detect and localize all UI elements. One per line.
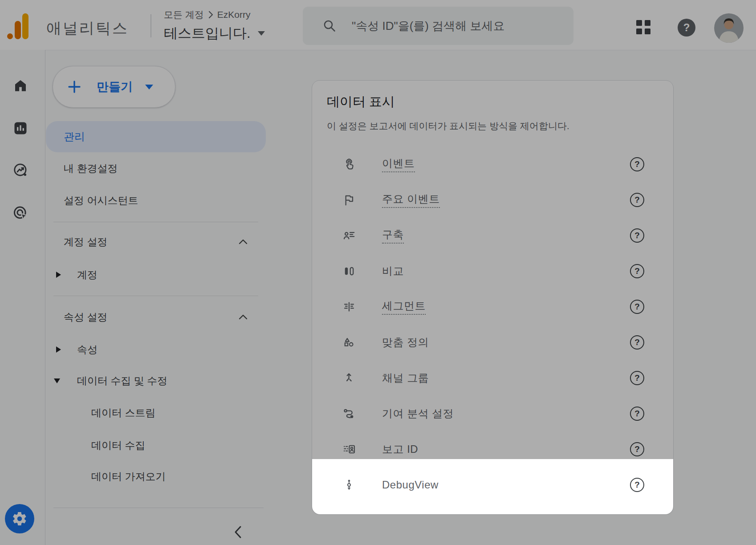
collapse-sidebar-icon[interactable]	[232, 525, 245, 540]
list-item-label: 기여 분석 설정	[382, 407, 454, 421]
list-item-label: DebugView	[382, 479, 439, 491]
search-icon	[322, 19, 337, 33]
help-icon[interactable]: ?	[630, 193, 644, 207]
list-item-custom-definitions[interactable]: 맞춤 정의 ?	[312, 325, 673, 360]
list-item-events[interactable]: 이벤트 ?	[312, 146, 673, 182]
breadcrumb-all-accounts[interactable]: 모든 계정	[164, 8, 204, 21]
sidebar-item-account[interactable]: 계정	[77, 267, 98, 282]
audience-icon	[342, 229, 356, 242]
list-item-attribution-settings[interactable]: 기여 분석 설정 ?	[312, 396, 673, 431]
list-item-label: 보고 ID	[382, 442, 418, 456]
explore-icon[interactable]	[12, 162, 28, 178]
left-nav-rail	[0, 50, 45, 545]
sidebar-section-account-settings[interactable]: 계정 설정	[64, 234, 107, 249]
apps-grid-icon[interactable]	[635, 19, 652, 36]
brand-title[interactable]: 애널리틱스	[46, 18, 129, 39]
card-title: 데이터 표시	[327, 93, 395, 111]
list-item-channel-groups[interactable]: 채널 그룹 ?	[312, 360, 673, 396]
help-glyph: ?	[634, 195, 640, 205]
sidebar-item-data-collection[interactable]: 데이터 수집 및 수정	[77, 373, 167, 388]
sidebar-item-preferences[interactable]: 내 환경설정	[64, 161, 118, 176]
search-placeholder: "속성 ID"을(를) 검색해 보세요	[352, 18, 504, 34]
list-item-audiences[interactable]: 구축 ?	[312, 218, 673, 253]
expand-arrow-icon[interactable]	[56, 272, 61, 278]
breadcrumb: 모든 계정 EzKorry	[164, 9, 251, 20]
help-glyph: ?	[634, 302, 640, 312]
sidebar-item-admin[interactable]: 관리	[46, 121, 266, 152]
gear-icon	[12, 511, 28, 527]
analytics-logo-icon[interactable]	[7, 13, 28, 39]
chevron-up-icon[interactable]	[239, 314, 248, 320]
plus-icon	[67, 80, 81, 94]
list-item-reporting-identity[interactable]: 보고 ID ?	[312, 431, 673, 467]
sidebar-divider	[53, 222, 258, 222]
avatar[interactable]	[714, 13, 744, 43]
help-icon[interactable]: ?	[630, 157, 644, 171]
list-item-comparisons[interactable]: 비교 ?	[312, 253, 673, 289]
card-subtitle: 이 설정은 보고서에 데이터가 표시되는 방식을 제어합니다.	[327, 120, 569, 132]
merge-icon	[342, 371, 356, 385]
shapes-icon	[342, 336, 356, 349]
app-header: 애널리틱스 모든 계정 EzKorry 테스트입니다. "속성 ID"을(를) …	[0, 0, 756, 50]
list-item-key-events[interactable]: 주요 이벤트 ?	[312, 182, 673, 218]
sidebar-item-data-collection-child[interactable]: 데이터 수집	[91, 438, 145, 453]
list-item-label: 맞춤 정의	[382, 335, 429, 350]
admin-settings-button[interactable]	[5, 504, 34, 533]
property-name[interactable]: 테스트입니다.	[164, 24, 251, 43]
logo-dot	[7, 33, 13, 39]
chevron-right-icon	[207, 10, 214, 19]
sidebar-item-property[interactable]: 속성	[77, 342, 98, 357]
list-item-label: 세그먼트	[382, 299, 426, 315]
debug-icon	[342, 478, 356, 492]
search-input[interactable]: "속성 ID"을(를) 검색해 보세요	[303, 7, 573, 45]
sidebar-divider	[53, 296, 258, 296]
help-glyph: ?	[634, 409, 640, 419]
help-glyph: ?	[634, 266, 640, 276]
help-icon[interactable]: ?	[630, 335, 644, 350]
help-glyph: ?	[634, 480, 640, 490]
sidebar-item-setup-assistant[interactable]: 설정 어시스턴트	[64, 193, 138, 208]
compare-icon	[342, 264, 356, 278]
help-glyph: ?	[683, 21, 690, 34]
home-icon[interactable]	[12, 77, 28, 94]
route-icon	[342, 407, 356, 420]
help-icon[interactable]: ?	[630, 228, 644, 243]
help-icon[interactable]: ?	[630, 264, 644, 278]
reports-icon[interactable]	[12, 120, 28, 136]
help-icon[interactable]: ?	[630, 371, 644, 385]
list-item-label: 주요 이벤트	[382, 192, 440, 208]
sidebar-item-data-import[interactable]: 데이터 가져오기	[91, 469, 166, 484]
badge-icon	[342, 443, 356, 456]
list-item-debugview[interactable]: DebugView ?	[312, 467, 673, 503]
list-item-label: 이벤트	[382, 156, 415, 172]
breadcrumb-account[interactable]: EzKorry	[217, 9, 251, 20]
flag-icon	[342, 193, 356, 207]
sidebar-item-label: 관리	[64, 130, 85, 144]
help-icon[interactable]: ?	[630, 442, 644, 456]
sidebar-section-property-settings[interactable]: 속성 설정	[64, 309, 107, 325]
data-display-card: 데이터 표시 이 설정은 보고서에 데이터가 표시되는 방식을 제어합니다. 이…	[312, 80, 674, 515]
touch-icon	[342, 158, 356, 171]
segment-icon	[342, 300, 356, 313]
advertising-icon[interactable]	[12, 205, 28, 221]
collapse-arrow-icon[interactable]	[54, 378, 60, 383]
help-glyph: ?	[634, 373, 640, 383]
chevron-down-icon	[258, 31, 265, 36]
chevron-up-icon[interactable]	[239, 239, 248, 244]
help-icon[interactable]: ?	[630, 300, 644, 314]
help-glyph: ?	[634, 338, 640, 347]
expand-arrow-icon[interactable]	[56, 346, 61, 353]
help-glyph: ?	[634, 159, 640, 169]
list-item-label: 채널 그룹	[382, 371, 429, 385]
list-item-segments[interactable]: 세그먼트 ?	[312, 289, 673, 325]
help-icon[interactable]: ?	[630, 407, 644, 421]
sidebar-divider	[53, 508, 264, 508]
sidebar-item-data-streams[interactable]: 데이터 스트림	[91, 405, 155, 420]
property-selector[interactable]: 테스트입니다.	[164, 24, 265, 43]
create-button[interactable]: 만들기	[53, 66, 175, 108]
list-item-label: 구축	[382, 228, 404, 244]
help-icon[interactable]: ?	[630, 478, 644, 492]
help-button[interactable]: ?	[678, 19, 695, 37]
help-glyph: ?	[634, 444, 640, 454]
logo-bar-tall	[22, 13, 28, 39]
